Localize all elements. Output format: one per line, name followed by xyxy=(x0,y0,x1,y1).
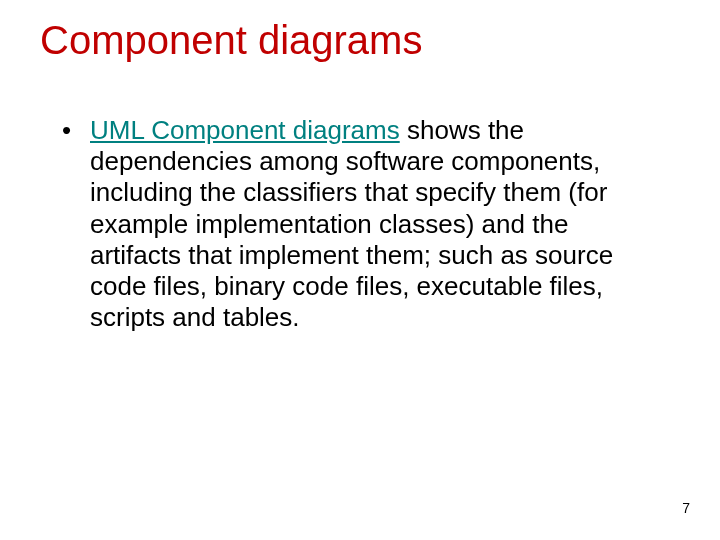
slide-title: Component diagrams xyxy=(40,18,422,63)
bullet-text: shows the dependencies among software co… xyxy=(90,115,613,332)
slide: Component diagrams UML Component diagram… xyxy=(0,0,720,540)
page-number: 7 xyxy=(682,500,690,516)
bullet-list: UML Component diagrams shows the depende… xyxy=(62,115,642,333)
slide-body: UML Component diagrams shows the depende… xyxy=(62,115,642,333)
bullet-item: UML Component diagrams shows the depende… xyxy=(62,115,642,333)
uml-component-diagrams-link[interactable]: UML Component diagrams xyxy=(90,115,400,145)
